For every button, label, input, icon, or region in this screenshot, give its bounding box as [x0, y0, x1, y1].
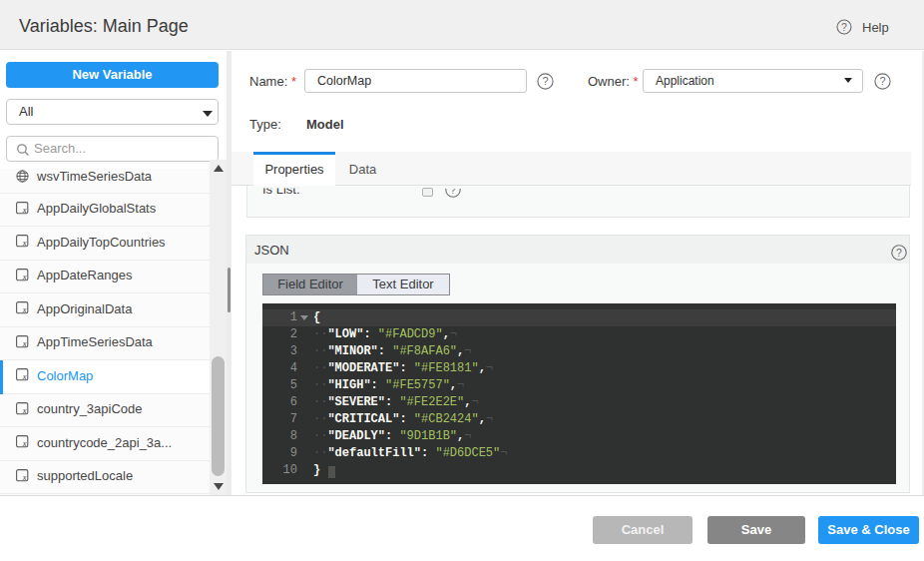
svg-text:?: ?: [450, 186, 456, 196]
svg-text:x: x: [22, 337, 27, 347]
svg-text:x: x: [22, 471, 27, 481]
svg-text:x: x: [22, 238, 27, 248]
svg-text:x: x: [22, 304, 27, 314]
svg-text:x: x: [22, 371, 27, 381]
svg-text:?: ?: [542, 75, 548, 87]
svg-text:x: x: [22, 271, 27, 280]
svg-text:x: x: [22, 204, 27, 214]
svg-text:x: x: [22, 438, 27, 448]
svg-text:?: ?: [896, 247, 902, 259]
svg-text:x: x: [22, 404, 27, 414]
svg-text:?: ?: [879, 75, 885, 87]
svg-text:?: ?: [841, 21, 847, 33]
